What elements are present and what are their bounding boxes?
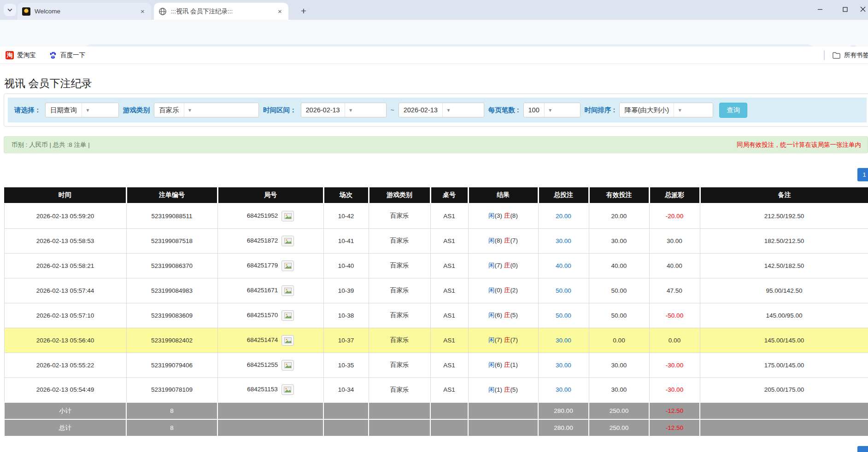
cell-game-type: 百家乐 (369, 303, 430, 328)
sort-label: 时间排序 : (585, 106, 616, 115)
cell-empty (468, 419, 538, 436)
cell-empty (430, 419, 468, 436)
column-header: 游戏类别 (369, 187, 430, 203)
cell-valid-bet: 30.00 (589, 353, 649, 377)
chevron-down-icon: ▼ (442, 103, 454, 117)
globe-favicon-icon (158, 7, 167, 16)
table-row: 2026-02-13 05:54:49523199078109684251153… (4, 377, 868, 402)
cell-session: 10-34 (323, 377, 369, 402)
cell-result: 闲(1) 庄(5) (468, 377, 538, 402)
round-result-icon[interactable] (282, 360, 294, 371)
window-controls (807, 0, 868, 18)
cell-totals-total-bet: 280.00 (538, 419, 589, 436)
round-result-icon[interactable] (282, 384, 294, 395)
date-from-select[interactable]: 2026-02-13 ▼ (301, 103, 387, 117)
select-type-label: 请选择： (14, 106, 41, 115)
cell-time: 2026-02-13 05:58:53 (4, 228, 126, 253)
tab-bet-record[interactable]: :::视讯 会员下注纪录::: × (154, 3, 288, 20)
bookmarks-bar: 淘 爱淘宝 du 百度一下 所有书签 (0, 46, 868, 64)
maximize-button[interactable] (833, 0, 858, 18)
summary-bar: 币别 : 人民币 | 总共 :8 注单 | 同局有效投注，统一计算在该局第一张注… (4, 136, 868, 153)
pagination-page-1-bottom[interactable] (857, 446, 868, 452)
round-result-icon[interactable] (282, 236, 294, 246)
cell-session: 10-42 (323, 203, 369, 228)
pagination-page-1-top[interactable]: 1 (857, 168, 868, 181)
round-result-icon[interactable] (282, 211, 294, 221)
tab-close-icon[interactable]: × (276, 7, 284, 15)
cell-valid-bet: 40.00 (589, 253, 649, 278)
cell-session: 10-37 (323, 328, 369, 353)
cell-valid-bet: 50.00 (589, 278, 649, 303)
cell-bet-id: 523199079406 (126, 353, 217, 377)
cell-bet-id: 523199082402 (126, 328, 217, 353)
chevron-down-icon: ▼ (184, 103, 196, 117)
round-result-icon[interactable] (282, 310, 294, 321)
cell-remark: 182.50/212.50 (700, 228, 868, 253)
column-header: 时间 (4, 187, 126, 203)
query-type-select[interactable]: 日期查询 ▼ (45, 103, 119, 117)
cell-remark: 142.50/182.50 (700, 253, 868, 278)
cell-total-bet: 30.00 (538, 377, 589, 402)
bookmark-aitaobao[interactable]: 淘 爱淘宝 (3, 49, 39, 61)
column-header: 场次 (323, 187, 369, 203)
round-result-icon[interactable] (282, 335, 294, 346)
cell-total-bet: 50.00 (538, 303, 589, 328)
cell-totals-label: 总计 (4, 419, 126, 436)
filter-panel: 请选择： 日期查询 ▼ 游戏类别 百家乐 ▼ 时间区间： 2026-02-13 … (4, 93, 868, 127)
cell-empty (323, 402, 369, 419)
cell-bet-id: 523199088511 (126, 203, 217, 228)
cell-totals-total-bet: 280.00 (538, 402, 589, 419)
maximize-icon (843, 7, 848, 12)
page-size-select[interactable]: 100 ▼ (523, 103, 581, 117)
cell-game-type: 百家乐 (369, 377, 430, 402)
game-type-value: 百家乐 (154, 103, 184, 117)
column-header: 注单编号 (126, 187, 217, 203)
totals-row: 总计8280.00250.00-12.50 (4, 419, 868, 436)
cell-session: 10-41 (323, 228, 369, 253)
taobao-icon: 淘 (6, 51, 14, 59)
cell-empty (217, 419, 323, 436)
minimize-button[interactable] (807, 0, 833, 18)
cell-payout: 40.00 (649, 253, 700, 278)
all-bookmarks-button[interactable]: 所有书签 (829, 49, 868, 61)
tab-close-icon[interactable]: × (139, 7, 147, 15)
new-tab-button[interactable]: + (297, 5, 310, 17)
column-header: 总投注 (538, 187, 589, 203)
cell-round-id: 684251153 (217, 377, 323, 402)
date-to-select[interactable]: 2026-02-13 ▼ (399, 103, 484, 117)
column-header: 备注 (700, 187, 868, 203)
cell-game-type: 百家乐 (369, 203, 430, 228)
round-result-icon[interactable] (282, 261, 294, 271)
cell-valid-bet: 50.00 (589, 303, 649, 328)
all-bookmarks-label: 所有书签 (844, 51, 868, 59)
tab-welcome[interactable]: Welcome × (18, 3, 151, 20)
cell-empty (217, 402, 323, 419)
cell-session: 10-39 (323, 278, 369, 303)
chevron-down-icon: ▼ (82, 103, 94, 117)
valid-bet-notice: 同局有效投注，统一计算在该局第一张注单内 (737, 141, 861, 149)
cell-round-id: 684251779 (217, 253, 323, 278)
bookmark-baidu[interactable]: du 百度一下 (46, 49, 88, 61)
tab-search-button[interactable] (4, 4, 16, 16)
close-button[interactable] (858, 0, 868, 18)
cell-game-type: 百家乐 (369, 328, 430, 353)
cell-table-no: AS1 (430, 377, 468, 402)
cell-time: 2026-02-13 05:57:10 (4, 303, 126, 328)
cell-result: 闲(8) 庄(7) (468, 228, 538, 253)
cell-result: 闲(3) 庄(8) (468, 203, 538, 228)
cell-session: 10-35 (323, 353, 369, 377)
sort-value: 降幂(由大到小) (620, 103, 674, 117)
cell-time: 2026-02-13 05:56:40 (4, 328, 126, 353)
cell-remark: 175.00/145.00 (700, 353, 868, 377)
column-header: 桌号 (430, 187, 468, 203)
time-sort-select[interactable]: 降幂(由大到小) ▼ (619, 103, 713, 117)
game-type-select[interactable]: 百家乐 ▼ (154, 103, 259, 117)
cell-totals-count: 8 (126, 402, 217, 419)
table-row: 2026-02-13 05:55:22523199079406684251255… (4, 353, 868, 377)
baidu-paw-icon: du (49, 51, 57, 59)
cell-payout: 47.50 (649, 278, 700, 303)
search-button[interactable]: 查询 (719, 103, 747, 118)
round-result-icon[interactable] (282, 285, 294, 296)
cell-remark: 212.50/192.50 (700, 203, 868, 228)
svg-text:du: du (52, 56, 54, 58)
